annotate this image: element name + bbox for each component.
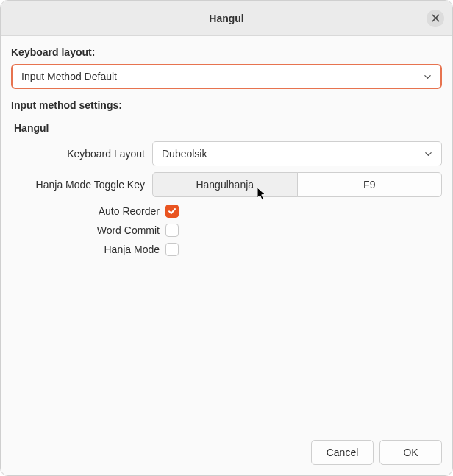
hanja-mode-label: Hanja Mode [11, 244, 165, 255]
row-hanja-mode: Hanja Mode [11, 241, 442, 257]
input-method-settings-label: Input method settings: [11, 99, 442, 111]
keyboard-layout-select-value: Input Method Default [21, 71, 117, 82]
close-button[interactable] [427, 10, 444, 27]
row-word-commit: Word Commit [11, 222, 442, 238]
close-icon [432, 14, 440, 22]
hangul-keyboard-layout-select[interactable]: Dubeolsik [152, 141, 442, 166]
chevron-down-icon [424, 73, 432, 81]
hanja-toggle-option-a-label: Hangulhanja [196, 179, 254, 191]
hanja-mode-checkbox[interactable] [165, 243, 179, 256]
keyboard-layout-section-label: Keyboard layout: [11, 46, 442, 58]
keyboard-layout-label: Keyboard Layout [11, 148, 152, 160]
word-commit-label: Word Commit [11, 224, 165, 236]
hanja-toggle-option-f9[interactable]: F9 [297, 172, 443, 197]
content-spacer [11, 257, 442, 433]
hanja-toggle-option-b-label: F9 [363, 179, 375, 191]
hangul-settings: Keyboard Layout Dubeolsik Hanja Mode Tog… [11, 141, 442, 257]
hanja-toggle-label: Hanja Mode Toggle Key [11, 179, 152, 191]
auto-reorder-checkbox[interactable] [165, 205, 179, 218]
auto-reorder-label: Auto Reorder [11, 205, 165, 217]
hanja-toggle-key-group: Hangulhanja F9 [152, 172, 442, 197]
check-icon [168, 207, 176, 216]
hanja-toggle-option-hangulhanja[interactable]: Hangulhanja [152, 172, 298, 197]
window-title: Hangul [209, 13, 243, 24]
keyboard-layout-select[interactable]: Input Method Default [11, 64, 442, 89]
cancel-button[interactable]: Cancel [311, 440, 374, 465]
row-keyboard-layout: Keyboard Layout Dubeolsik [11, 141, 442, 166]
hangul-group-title: Hangul [14, 122, 442, 134]
word-commit-checkbox[interactable] [165, 224, 179, 237]
dialog-window: Hangul Keyboard layout: Input Method Def… [0, 0, 453, 476]
dialog-footer: Cancel OK [1, 433, 452, 475]
titlebar: Hangul [1, 1, 452, 36]
dialog-content: Keyboard layout: Input Method Default In… [1, 36, 452, 433]
row-hanja-toggle: Hanja Mode Toggle Key Hangulhanja F9 [11, 172, 442, 197]
row-auto-reorder: Auto Reorder [11, 203, 442, 219]
hangul-keyboard-layout-value: Dubeolsik [162, 148, 207, 160]
ok-button[interactable]: OK [379, 440, 442, 465]
chevron-down-icon [424, 150, 432, 158]
